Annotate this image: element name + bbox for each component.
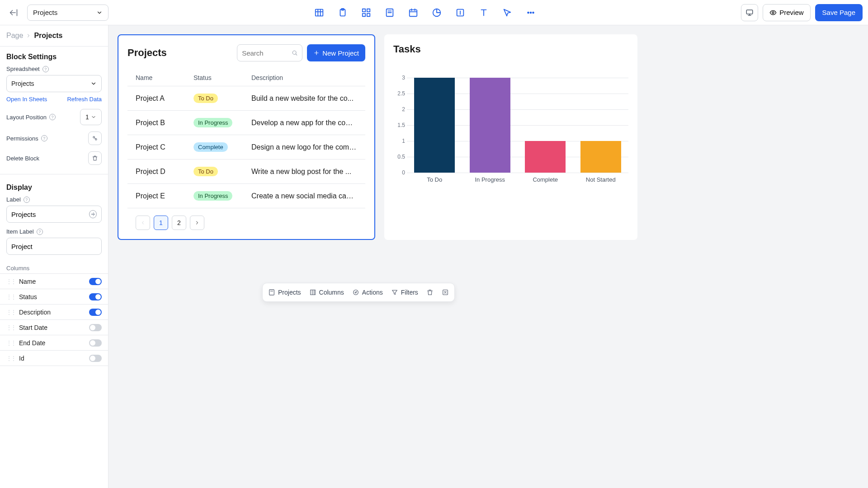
number-icon[interactable]	[455, 7, 466, 18]
project-dropdown[interactable]: Projects	[27, 5, 108, 21]
new-project-button[interactable]: New Project	[307, 44, 365, 61]
svg-rect-4	[367, 9, 369, 11]
cell-description: Create a new social media camp...	[251, 192, 357, 200]
ft-columns[interactable]: Columns	[309, 289, 344, 296]
preview-button[interactable]: Preview	[763, 4, 810, 21]
help-icon[interactable]: ?	[41, 135, 47, 141]
column-row: ⋮⋮Start Date	[0, 320, 108, 335]
ft-delete[interactable]	[426, 289, 434, 296]
cell-description: Design a new logo for the comp...	[251, 143, 357, 151]
column-name: End Date	[19, 339, 45, 347]
svg-rect-8	[409, 9, 417, 16]
table-row[interactable]: Project DTo DoWrite a new blog post for …	[127, 160, 365, 184]
back-button[interactable]	[5, 5, 22, 21]
help-icon[interactable]: ?	[37, 229, 43, 235]
chevron-down-icon	[91, 114, 96, 120]
ft-filters[interactable]: Filters	[391, 289, 418, 296]
table-row[interactable]: Project BIn ProgressDevelop a new app fo…	[127, 111, 365, 135]
tasks-chart: 00.511.522.53 To DoIn ProgressCompleteNo…	[393, 78, 628, 204]
search-box[interactable]	[237, 44, 302, 61]
svg-rect-20	[310, 290, 315, 295]
text-icon[interactable]	[478, 7, 489, 18]
y-tick: 2	[402, 106, 405, 113]
col-header-status[interactable]: Status	[193, 74, 251, 81]
permissions-button[interactable]	[88, 131, 102, 145]
breadcrumb: Page Projects	[0, 25, 108, 47]
block-floating-toolbar: Projects Columns Actions Filters	[262, 283, 455, 302]
projects-block[interactable]: Projects New Project Name	[118, 34, 375, 240]
drag-handle-icon[interactable]: ⋮⋮	[6, 278, 15, 285]
delete-block-label: Delete Block	[6, 155, 39, 162]
layout-position-label: Layout Position ?	[6, 114, 56, 121]
search-input[interactable]	[242, 49, 289, 57]
cursor-icon[interactable]	[502, 7, 513, 18]
column-toggle[interactable]	[89, 324, 102, 331]
form-icon[interactable]	[384, 7, 395, 18]
column-toggle[interactable]	[89, 278, 102, 285]
page-prev[interactable]	[136, 216, 150, 230]
col-header-description[interactable]: Description	[251, 74, 357, 81]
drag-handle-icon[interactable]: ⋮⋮	[6, 324, 15, 331]
column-row: ⋮⋮Name	[0, 274, 108, 289]
svg-rect-19	[269, 290, 274, 295]
spreadsheet-select[interactable]: Projects	[6, 75, 102, 92]
label-input[interactable]	[11, 211, 89, 218]
page-2[interactable]: 2	[172, 216, 186, 230]
save-page-button[interactable]: Save Page	[815, 4, 863, 21]
chart-icon[interactable]	[431, 7, 442, 18]
column-toggle[interactable]	[89, 293, 102, 300]
chevron-down-icon	[96, 9, 103, 16]
ft-projects[interactable]: Projects	[268, 289, 301, 296]
layout-position-select[interactable]: 1	[80, 109, 102, 125]
open-in-sheets-link[interactable]: Open In Sheets	[6, 96, 47, 103]
desktop-preview-button[interactable]	[741, 4, 758, 21]
column-toggle[interactable]	[89, 339, 102, 347]
delete-block-button[interactable]	[88, 151, 102, 165]
chart-bar	[414, 78, 455, 173]
calendar-icon[interactable]	[408, 7, 419, 18]
table-row[interactable]: Project CCompleteDesign a new logo for t…	[127, 135, 365, 160]
item-label-field-label: Item Label ?	[6, 228, 102, 235]
table-row[interactable]: Project EIn ProgressCreate a new social …	[127, 184, 365, 208]
column-toggle[interactable]	[89, 355, 102, 362]
eye-icon	[769, 9, 777, 16]
svg-point-13	[533, 12, 534, 13]
drag-handle-icon[interactable]: ⋮⋮	[6, 355, 15, 361]
columns-section-label: Columns	[0, 261, 108, 273]
ft-close[interactable]	[442, 289, 449, 296]
tasks-block[interactable]: Tasks 00.511.522.53 To DoIn ProgressComp…	[384, 34, 637, 240]
cell-name: Project C	[136, 143, 193, 151]
item-label-input[interactable]	[11, 243, 97, 250]
page-1[interactable]: 1	[154, 216, 168, 230]
drag-handle-icon[interactable]: ⋮⋮	[6, 294, 15, 300]
ft-actions[interactable]: Actions	[352, 289, 383, 296]
column-toggle[interactable]	[89, 309, 102, 316]
breadcrumb-root[interactable]: Page	[6, 32, 23, 40]
project-dropdown-label: Projects	[33, 9, 57, 16]
projects-title: Projects	[127, 47, 167, 59]
y-tick: 1.5	[397, 122, 405, 128]
x-label: To Do	[414, 176, 455, 183]
table-icon[interactable]	[314, 7, 325, 18]
drag-handle-icon[interactable]: ⋮⋮	[6, 309, 15, 315]
svg-rect-14	[747, 10, 753, 14]
y-tick: 1	[402, 138, 405, 144]
status-badge: Complete	[193, 142, 228, 152]
column-name: Name	[19, 278, 36, 285]
grid-icon[interactable]	[361, 7, 372, 18]
breadcrumb-current: Projects	[34, 32, 62, 40]
help-icon[interactable]: ?	[24, 197, 30, 203]
clipboard-icon[interactable]	[337, 7, 348, 18]
more-icon[interactable]	[525, 7, 536, 18]
plus-icon[interactable]	[89, 210, 97, 218]
label-input-wrapper	[6, 206, 102, 223]
table-row[interactable]: Project ATo DoBuild a new website for th…	[127, 86, 365, 111]
refresh-data-link[interactable]: Refresh Data	[67, 96, 102, 103]
permissions-label: Permissions ?	[6, 135, 47, 142]
drag-handle-icon[interactable]: ⋮⋮	[6, 340, 15, 346]
page-next[interactable]	[190, 216, 204, 230]
x-label: Not Started	[580, 176, 621, 183]
help-icon[interactable]: ?	[49, 114, 56, 120]
help-icon[interactable]: ?	[42, 66, 49, 72]
col-header-name[interactable]: Name	[136, 74, 193, 81]
